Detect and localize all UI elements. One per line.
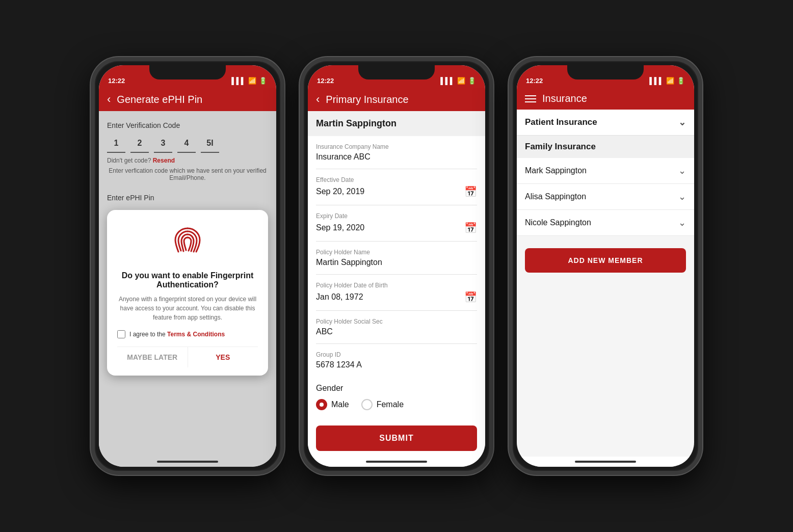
verify-label: Enter Verification Code [107, 121, 268, 129]
policy-holder-dob-row: Jan 08, 1972 📅 [316, 291, 477, 303]
notch-2 [358, 65, 435, 79]
gender-label: Gender [316, 384, 477, 393]
checkbox-label: I agree to the Terms & Conditions [129, 331, 225, 338]
expiry-date-row: Sep 19, 2020 📅 [316, 222, 477, 234]
status-right-3: ▌▌▌ 📶 🔋 [649, 77, 685, 85]
resend-row: Didn't get code? Resend [107, 157, 268, 164]
gender-section: Gender Male Female [308, 377, 485, 417]
gender-radio-group: Male Female [316, 399, 477, 410]
member-mark[interactable]: Mark Sappington ⌄ [517, 158, 694, 184]
male-radio-circle[interactable] [316, 399, 327, 410]
fingerprint-icon [167, 222, 208, 263]
effective-date-label: Effective Date [316, 176, 477, 183]
terms-checkbox[interactable] [117, 330, 125, 338]
maybe-later-button[interactable]: MAYBE LATER [117, 347, 188, 367]
patient-insurance-label: Patient Insurance [525, 117, 597, 127]
group-id-field: Group ID 5678 1234 A [316, 344, 477, 377]
code-box-2[interactable]: 2 [130, 135, 149, 153]
member-name-mark: Mark Sappington [525, 166, 587, 175]
submit-button[interactable]: SUBMIT [316, 425, 477, 451]
status-right-2: ▌▌▌ 📶 🔋 [440, 77, 476, 85]
policy-holder-name-row: Martin Sappington [316, 258, 477, 267]
member-alisa-chevron: ⌄ [678, 191, 686, 202]
back-button-2[interactable]: ‹ [316, 93, 320, 106]
nav-bar-1: ‹ Generate ePHI Pin [99, 88, 276, 111]
terms-link[interactable]: Terms & Conditions [167, 331, 225, 338]
signal-icon-2: ▌▌▌ [440, 77, 455, 85]
home-indicator-2 [308, 457, 485, 467]
home-bar-2 [366, 461, 427, 463]
page-title-1: Generate ePHI Pin [117, 94, 202, 105]
female-radio-option[interactable]: Female [361, 399, 404, 410]
policy-holder-name-value[interactable]: Martin Sappington [316, 258, 382, 267]
member-alisa[interactable]: Alisa Sappington ⌄ [517, 184, 694, 210]
policy-holder-dob-value[interactable]: Jan 08, 1972 [316, 292, 363, 302]
home-bar-3 [575, 461, 636, 463]
signal-icon-3: ▌▌▌ [649, 77, 664, 85]
resend-link[interactable]: Resend [153, 157, 175, 164]
group-id-label: Group ID [316, 351, 477, 358]
add-new-member-button[interactable]: ADD NEW MEMBER [525, 248, 686, 273]
hamburger-line-2 [525, 98, 536, 99]
modal-title: Do you want to enable Fingerprint Authen… [117, 271, 258, 289]
policy-holder-name-label: Policy Holder Name [316, 249, 477, 256]
signal-icon-1: ▌▌▌ [231, 77, 246, 85]
effective-date-value[interactable]: Sep 20, 2019 [316, 187, 364, 196]
policy-holder-dob-field: Policy Holder Date of Birth Jan 08, 1972… [316, 275, 477, 311]
effective-date-calendar-icon[interactable]: 📅 [464, 185, 477, 198]
male-radio-option[interactable]: Male [316, 399, 349, 410]
policy-holder-ssn-field: Policy Holder Social Sec ABC [316, 311, 477, 344]
status-right-1: ▌▌▌ 📶 🔋 [231, 77, 267, 85]
insurance-form: Martin Sappington Insurance Company Name… [308, 111, 485, 457]
expiry-date-value[interactable]: Sep 19, 2020 [316, 223, 364, 232]
notch-3 [567, 65, 644, 79]
female-radio-circle[interactable] [361, 399, 373, 410]
patient-name: Martin Sappington [316, 118, 396, 128]
insurance-company-value[interactable]: Insurance ABC [316, 152, 371, 162]
code-box-1[interactable]: 1 [107, 135, 125, 153]
back-button-1[interactable]: ‹ [107, 93, 111, 106]
battery-icon-2: 🔋 [468, 77, 476, 85]
page-title-2: Primary Insurance [326, 94, 408, 105]
yes-button[interactable]: YES [188, 347, 258, 367]
policy-holder-name-field: Policy Holder Name Martin Sappington [316, 242, 477, 275]
policy-holder-dob-label: Policy Holder Date of Birth [316, 282, 477, 289]
terms-checkbox-row: I agree to the Terms & Conditions [117, 330, 225, 338]
wifi-icon-2: 📶 [457, 77, 465, 85]
verification-section: Enter Verification Code 1 2 3 4 5I Didn'… [107, 121, 268, 181]
code-box-3[interactable]: 3 [154, 135, 172, 153]
patient-name-header: Martin Sappington [308, 111, 485, 136]
battery-icon-3: 🔋 [677, 77, 685, 85]
phone-3: 12:22 ▌▌▌ 📶 🔋 Insurance Patient Insuranc… [509, 57, 702, 475]
member-name-alisa: Alisa Sappington [525, 192, 586, 201]
phone-2: 12:22 ▌▌▌ 📶 🔋 ‹ Primary Insurance Martin… [300, 57, 493, 475]
policy-holder-ssn-row: ABC [316, 327, 477, 336]
code-box-4[interactable]: 4 [177, 135, 196, 153]
notch-1 [149, 65, 226, 79]
modal-buttons: MAYBE LATER YES [117, 347, 258, 367]
policy-holder-ssn-label: Policy Holder Social Sec [316, 318, 477, 325]
phone1-body: Enter Verification Code 1 2 3 4 5I Didn'… [99, 111, 276, 457]
status-time-1: 12:22 [108, 77, 125, 85]
phone-1: 12:22 ▌▌▌ 📶 🔋 ‹ Generate ePHI Pin Enter … [91, 57, 284, 475]
family-insurance-title: Family Insurance [517, 136, 694, 158]
code-box-5[interactable]: 5I [201, 135, 219, 153]
policy-holder-ssn-value[interactable]: ABC [316, 327, 333, 336]
member-nicole[interactable]: Nicole Sappington ⌄ [517, 210, 694, 236]
insurance-company-field: Insurance Company Name Insurance ABC [316, 136, 477, 169]
nav-bar-3: Insurance [517, 88, 694, 110]
expiry-date-label: Expiry Date [316, 212, 477, 220]
patient-insurance-section[interactable]: Patient Insurance ⌄ [517, 110, 694, 136]
status-time-3: 12:22 [526, 77, 543, 85]
patient-insurance-header-row: Patient Insurance ⌄ [525, 117, 686, 128]
expiry-date-calendar-icon[interactable]: 📅 [464, 222, 477, 234]
insurance-list: Patient Insurance ⌄ Family Insurance Mar… [517, 110, 694, 457]
hamburger-menu[interactable] [525, 95, 536, 102]
group-id-value[interactable]: 5678 1234 A [316, 360, 362, 369]
female-label: Female [377, 400, 404, 409]
policy-holder-dob-calendar-icon[interactable]: 📅 [464, 291, 477, 303]
wifi-icon-1: 📶 [248, 77, 256, 85]
code-boxes: 1 2 3 4 5I [107, 135, 268, 153]
home-indicator-1 [99, 457, 276, 467]
member-name-nicole: Nicole Sappington [525, 218, 591, 227]
